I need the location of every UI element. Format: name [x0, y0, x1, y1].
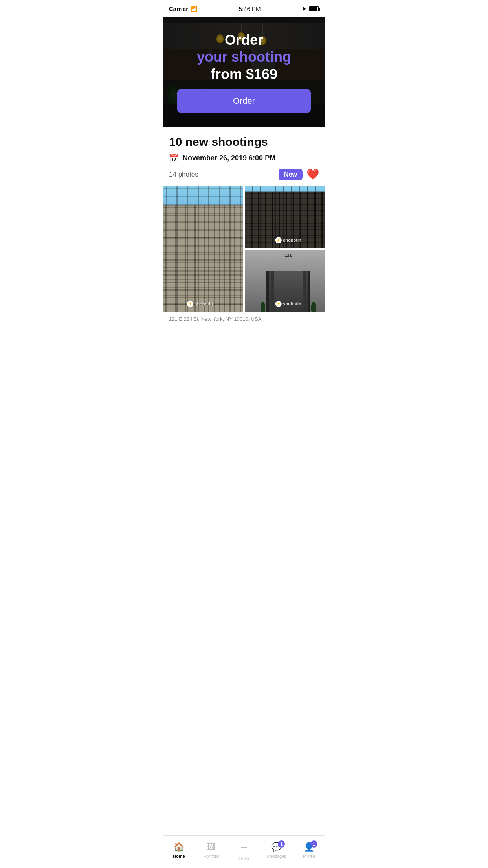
status-bar: Carrier 5:46 PM ➤ — [163, 0, 325, 17]
status-bar-time: 5:46 PM — [239, 6, 261, 12]
hero-line1: Order — [177, 31, 311, 48]
status-bar-right: ➤ — [302, 6, 319, 12]
status-bar-left: Carrier — [169, 6, 197, 12]
watermark-1: ⚡ shobotin — [187, 301, 213, 307]
hero-line2: your shooting — [177, 48, 311, 65]
shooting-date: November 26, 2019 6:00 PM — [183, 154, 275, 162]
watermark-3: ⚡ shobotin — [275, 301, 301, 307]
watermark-logo-1: ⚡ — [187, 301, 193, 307]
battery-icon — [309, 6, 319, 11]
photos-row: 14 photos New ❤️ — [169, 168, 319, 180]
photo-left-large[interactable]: ⚡ shobotin — [163, 186, 243, 312]
location-icon: ➤ — [302, 6, 306, 12]
address-bar: 121 E 22 l St, New York, NY 10010, USA — [163, 312, 325, 326]
photo-right-top[interactable]: ⚡ shobotin — [245, 186, 325, 248]
watermark-logo-2: ⚡ — [275, 237, 281, 243]
address-text: 121 E 22 l St, New York, NY 10010, USA — [169, 316, 261, 322]
hero-section: Order your shooting from $169 Order — [163, 17, 325, 127]
watermark-logo-3: ⚡ — [275, 301, 281, 307]
photo-grid: ⚡ shobotin ⚡ shobotin — [163, 186, 325, 312]
new-badge: New — [279, 169, 303, 180]
calendar-icon: 📅 — [169, 153, 179, 163]
shooting-meta: 📅 November 26, 2019 6:00 PM — [169, 153, 319, 163]
hero-line3: from $169 — [177, 66, 311, 83]
hero-order-button[interactable]: Order — [177, 89, 311, 113]
heart-icon[interactable]: ❤️ — [306, 168, 319, 180]
watermark-2: ⚡ shobotin — [275, 237, 301, 243]
wifi-icon — [191, 6, 197, 12]
badges-container: New ❤️ — [279, 168, 319, 180]
hero-content: Order your shooting from $169 Order — [169, 31, 319, 113]
content-section: 10 new shootings 📅 November 26, 2019 6:0… — [163, 127, 325, 180]
photo-right-bottom[interactable]: 121 ⚡ shobotin — [245, 250, 325, 312]
section-title: 10 new shootings — [169, 135, 319, 149]
carrier-label: Carrier — [169, 6, 188, 12]
photos-count: 14 photos — [169, 171, 198, 178]
